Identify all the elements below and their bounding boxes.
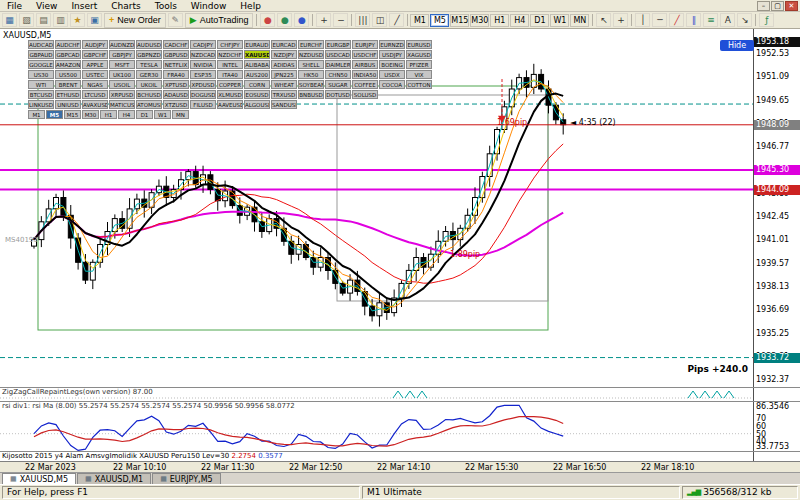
chart-tab-eurjpy-m5[interactable]: ▦EURJPY,M5 (152, 473, 221, 484)
toolbar-timeframe-mn[interactable]: MN (570, 14, 589, 27)
symbol-button-maticusd[interactable]: MATICUSD (109, 100, 135, 109)
candles-chart-icon[interactable]: ◫ (372, 13, 387, 27)
symbol-button-adidas[interactable]: ADIDAS (271, 60, 297, 69)
scripts-icon[interactable]: ● (294, 13, 309, 27)
menu-insert[interactable]: Insert (64, 0, 104, 12)
symbol-button-hk50[interactable]: HK50 (298, 70, 324, 79)
symbol-button-ita40[interactable]: ITA40 (217, 70, 243, 79)
symbol-button-eurnzd[interactable]: EURNZD (379, 40, 405, 49)
symbol-button-wheat[interactable]: WHEAT (271, 80, 297, 89)
symbol-button-eurusd[interactable]: EURUSD (406, 40, 432, 49)
chart-timeframe-m15[interactable]: M15 (64, 110, 81, 119)
menu-file[interactable]: File (0, 0, 29, 12)
toolbar-timeframe-m1[interactable]: M1 (410, 14, 429, 27)
symbol-button-sandusd[interactable]: SANDUSD (271, 100, 297, 109)
symbol-button-usdx[interactable]: USDX (379, 70, 405, 79)
toolbar-timeframe-w1[interactable]: W1 (550, 14, 569, 27)
symbol-button-nvidia[interactable]: NVIDIA (190, 60, 216, 69)
vertical-line-icon[interactable]: │ (635, 13, 650, 27)
toolbar-timeframe-d1[interactable]: D1 (530, 14, 549, 27)
symbol-button-filusd[interactable]: FILUSD (190, 100, 216, 109)
symbol-button-usoil[interactable]: USOIL (109, 80, 135, 89)
symbol-button-cadjpy[interactable]: CADJPY (190, 40, 216, 49)
symbol-button-ngas[interactable]: NGAS (82, 80, 108, 89)
symbol-button-linkusd[interactable]: LINKUSD (28, 100, 54, 109)
symbol-button-copper[interactable]: COPPER (217, 80, 243, 89)
symbol-button-jpn225[interactable]: JPN225 (271, 70, 297, 79)
toolbar-timeframe-h4[interactable]: H4 (510, 14, 529, 27)
zoom-out-icon[interactable]: − (333, 13, 348, 27)
indicators-add-icon[interactable]: ƒ (759, 13, 774, 27)
symbol-button-pfizer[interactable]: PFIZER (406, 60, 432, 69)
symbol-button-atomusd[interactable]: ATOMUSD (136, 100, 162, 109)
symbol-button-audjpy[interactable]: AUDJPY (82, 40, 108, 49)
symbol-button-eurcad[interactable]: EURCAD (271, 40, 297, 49)
symbol-button-ethusd[interactable]: ETHUSD (55, 90, 81, 99)
symbol-button-ukoil[interactable]: UKOIL (136, 80, 162, 89)
symbol-button-audchf[interactable]: AUDCHF (55, 40, 81, 49)
symbol-button-vix[interactable]: VIX (406, 70, 432, 79)
symbol-button-chfjpy[interactable]: CHFJPY (217, 40, 243, 49)
trendline-icon[interactable]: ╱ (669, 13, 684, 27)
symbol-button-shell[interactable]: SHELL (298, 60, 324, 69)
symbol-button-eurgbp[interactable]: EURGBP (325, 40, 351, 49)
indicators-icon[interactable]: ● (277, 13, 292, 27)
chart-tab-xauusd-m5[interactable]: ▦XAUUSD,M5 (2, 473, 76, 484)
symbol-button-euraud[interactable]: EURAUD (244, 40, 270, 49)
panel-separator[interactable] (0, 387, 800, 388)
bars-chart-icon[interactable]: ||| (355, 13, 370, 27)
autotrading-button[interactable]: ▶ AutoTrading (185, 13, 254, 28)
symbol-button-adausd[interactable]: ADAUSD (163, 90, 189, 99)
chart-timeframe-d1[interactable]: D1 (136, 110, 153, 119)
horizontal-line-icon[interactable]: ─ (652, 13, 667, 27)
market-watch-icon[interactable]: ▤ (36, 13, 51, 27)
toolbar-timeframe-h1[interactable]: H1 (490, 14, 509, 27)
symbol-button-brent[interactable]: BRENT (55, 80, 81, 89)
symbol-button-xagusd[interactable]: XAGUSD (406, 50, 432, 59)
symbol-button-airbus[interactable]: AIRBUS (352, 60, 378, 69)
symbol-button-dotusd[interactable]: DOTUSD (325, 90, 351, 99)
symbol-button-audcad[interactable]: AUDCAD (28, 40, 54, 49)
symbol-button-fra40[interactable]: FRA40 (163, 70, 189, 79)
channel-icon[interactable]: ∥ (686, 13, 701, 27)
cursor-icon[interactable]: ↖ (596, 13, 611, 27)
symbol-button-gbpaud[interactable]: GBPAUD (28, 50, 54, 59)
menu-charts[interactable]: Charts (104, 0, 147, 12)
menu-view[interactable]: View (29, 0, 64, 12)
navigator-icon[interactable]: ★ (70, 13, 85, 27)
symbol-button-cotton[interactable]: COTTON (406, 80, 432, 89)
minimize-button[interactable]: – (757, 1, 770, 11)
time-axis[interactable]: 22 Mar 202322 Mar 10:1022 Mar 11:3022 Ma… (0, 461, 800, 472)
symbol-button-chn50[interactable]: CHN50 (325, 70, 351, 79)
symbol-button-solusd[interactable]: SOLUSD (352, 90, 378, 99)
symbol-button-usdjpy[interactable]: USDJPY (379, 50, 405, 59)
menu-tools[interactable]: Tools (148, 0, 184, 12)
zoom-in-icon[interactable]: + (316, 13, 331, 27)
symbol-button-xptusd[interactable]: XPTUSD (163, 80, 189, 89)
symbol-button-gbpusd[interactable]: GBPUSD (163, 50, 189, 59)
symbol-button-xtzusd[interactable]: XTZUSD (163, 100, 189, 109)
symbol-button-netflix[interactable]: NETFLIX (163, 60, 189, 69)
panel-separator[interactable] (0, 451, 800, 452)
symbol-button-xauusd[interactable]: XAUUSD (244, 50, 270, 59)
toolbar-timeframe-m15[interactable]: M15 (450, 14, 469, 27)
symbol-button-algousd[interactable]: ALGOUSD (244, 100, 270, 109)
menu-window[interactable]: Window (184, 0, 234, 12)
text-icon[interactable]: A (720, 13, 735, 27)
line-chart-icon[interactable]: ╱ (389, 13, 404, 27)
symbol-button-amazon[interactable]: AMAZON (55, 60, 81, 69)
close-button[interactable]: ✕ (785, 1, 798, 11)
data-window-icon[interactable]: ▥ (53, 13, 68, 27)
symbol-button-nzdchf[interactable]: NZDCHF (217, 50, 243, 59)
toolbar-timeframe-m5[interactable]: M5 (430, 14, 449, 27)
symbol-button-msft[interactable]: MSFT (109, 60, 135, 69)
menu-help[interactable]: Help (233, 0, 268, 12)
symbol-button-intel[interactable]: INTEL (217, 60, 243, 69)
symbol-button-cocoa[interactable]: COCOA (379, 80, 405, 89)
symbol-button-audusd[interactable]: AUDUSD (136, 40, 162, 49)
symbol-button-google[interactable]: GOOGLE (28, 60, 54, 69)
chart-timeframe-mn[interactable]: MN (172, 110, 189, 119)
chart-timeframe-m1[interactable]: M1 (28, 110, 45, 119)
symbol-button-uk100[interactable]: UK100 (109, 70, 135, 79)
symbol-button-dogusd[interactable]: DOGUSD (190, 90, 216, 99)
